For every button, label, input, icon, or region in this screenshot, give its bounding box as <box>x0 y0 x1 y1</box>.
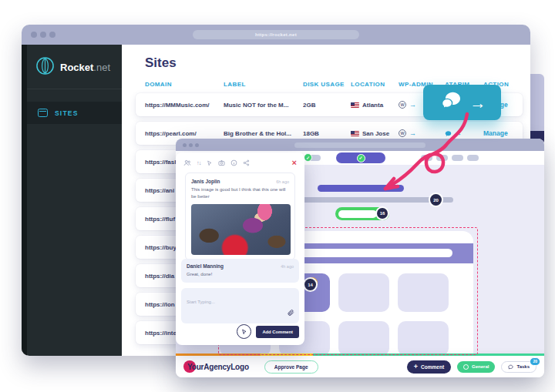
page-progress-bar <box>176 353 544 356</box>
window-control-dot[interactable] <box>40 32 46 38</box>
window-control-dot[interactable] <box>195 143 199 147</box>
task-pin-badge[interactable]: 20 <box>430 194 442 206</box>
popup-toolbar: ↑↓ × <box>176 152 304 167</box>
progress-segment-green <box>313 353 544 356</box>
rocket-brand: Rocket.net <box>22 45 122 89</box>
grid-item-placeholder <box>338 321 389 356</box>
browser-chrome <box>176 139 544 151</box>
browser-chrome: https://rocket.net <box>22 25 530 45</box>
resolved-check-badge[interactable]: ✓ <box>357 154 365 162</box>
address-bar[interactable] <box>294 142 426 148</box>
grid-item-placeholder <box>338 273 389 312</box>
tasks-count-badge: 20 <box>530 357 540 366</box>
nav-link-placeholder <box>467 155 479 161</box>
plus-icon: + <box>414 364 418 370</box>
comment-text: This image is good but I think that this… <box>191 186 289 200</box>
attachment-paperclip-icon[interactable] <box>287 306 294 320</box>
wp-admin-link[interactable]: W→ <box>399 129 445 137</box>
comment-author: Janis Joplin <box>191 179 220 184</box>
col-domain: DOMAIN <box>145 81 224 88</box>
input-placeholder: Start Typing... <box>187 300 215 304</box>
nav-cta-button: ✓ <box>336 152 385 163</box>
rocket-sidebar: Rocket.net SITES <box>22 45 122 356</box>
share-icon[interactable] <box>243 159 250 166</box>
atarim-link[interactable]: → <box>445 129 483 137</box>
window-controls <box>31 32 56 38</box>
wordpress-icon: W <box>399 129 406 137</box>
us-flag-icon <box>351 102 359 108</box>
agency-logo-text: YourAgencyLogo <box>187 363 249 371</box>
chat-bubble-icon <box>508 364 513 370</box>
rocket-logo-icon <box>35 56 55 79</box>
comment-timestamp: 4h ago <box>281 264 294 269</box>
window-control-dot[interactable] <box>189 143 193 147</box>
arrow-right-icon: → <box>409 129 416 137</box>
task-pin-badge[interactable]: 16 <box>377 208 388 219</box>
arrow-right-icon: → <box>455 129 462 137</box>
comment-timestamp: 6h ago <box>276 179 289 184</box>
domain-cell: https://pearl.com/ <box>145 130 224 137</box>
progress-segment-orange <box>176 353 261 356</box>
sort-arrows-icon[interactable]: ↑↓ <box>197 159 201 166</box>
clock-icon <box>463 364 469 370</box>
general-button[interactable]: General <box>457 361 495 373</box>
grid-item-placeholder <box>398 273 449 312</box>
stage: https://rocket.net Rocket.net SI <box>0 0 555 392</box>
sidebar-item-sites[interactable]: SITES <box>22 102 122 124</box>
window-control-dot[interactable] <box>49 32 56 38</box>
add-comment-button[interactable]: Add Comment <box>256 326 299 338</box>
tasks-button[interactable]: Tasks 20 <box>501 361 536 373</box>
atarim-callout-button[interactable]: → <box>423 85 501 120</box>
nav-link-placeholder <box>421 155 432 161</box>
camera-icon[interactable] <box>218 159 225 166</box>
nav-link-placeholder <box>436 155 448 161</box>
disk-cell: 2GB <box>303 102 351 109</box>
window-controls <box>183 143 199 147</box>
approve-page-button[interactable]: Approve Page <box>264 360 318 374</box>
comment-text: Great, done! <box>187 271 294 278</box>
info-icon[interactable] <box>230 159 237 166</box>
progress-segment-yellow <box>261 353 313 356</box>
nav-links-right <box>421 155 479 161</box>
cursor-tool-icon[interactable] <box>207 160 213 166</box>
manage-link[interactable]: Manage <box>483 129 520 137</box>
nav-link-placeholder <box>452 155 463 161</box>
location-cell: San Jose <box>351 130 399 137</box>
location-cell: Atlanta <box>351 102 399 109</box>
arrow-right-icon: → <box>409 101 416 109</box>
atarim-cursor-button[interactable] <box>237 324 251 339</box>
wordpress-icon: W <box>399 101 406 109</box>
hero-cta-highlighted[interactable]: 16 <box>335 207 389 220</box>
us-flag-icon <box>351 131 359 136</box>
task-pin-badge: 14 <box>304 279 316 290</box>
col-label: LABEL <box>224 81 303 88</box>
comment-thread-item: Daniel Manning 4h ago Great, done! <box>181 259 299 283</box>
col-location: LOCATION <box>351 81 399 88</box>
resolved-check-badge[interactable]: ✓ <box>304 153 312 162</box>
comment-input[interactable]: Start Typing... <box>181 288 299 323</box>
comment-attachment-image[interactable] <box>191 204 291 255</box>
hero-heading-placeholder <box>318 185 404 192</box>
disk-cell: 18GB <box>303 130 351 137</box>
users-icon[interactable] <box>183 159 191 166</box>
chat-bubbles-icon <box>439 91 462 114</box>
col-disk: DISK USAGE <box>303 81 351 88</box>
window-control-dot[interactable] <box>31 32 37 38</box>
window-control-dot[interactable] <box>183 143 187 147</box>
brand-name: Rocket.net <box>60 62 110 73</box>
comment-popup: ↑↓ × Janis Joplin 6h ago This image is g… <box>176 152 304 345</box>
add-comment-toolbar-button[interactable]: + Comment <box>407 360 451 374</box>
grid-item-placeholder <box>398 321 449 356</box>
address-bar[interactable]: https://rocket.net <box>193 30 359 39</box>
arrow-right-icon: → <box>470 95 486 111</box>
agency-logo: YourAgencyLogo <box>183 360 249 373</box>
popup-footer: Add Comment <box>237 324 299 339</box>
chat-bubble-icon <box>445 130 452 137</box>
label-cell: Music NOT for the M... <box>224 102 303 109</box>
sidebar-item-label: SITES <box>55 109 79 117</box>
page-title: Sites <box>145 55 530 71</box>
atarim-toolbar: YourAgencyLogo Approve Page + Comment Ge… <box>176 356 544 377</box>
close-icon[interactable]: × <box>292 159 297 167</box>
task-pin-with-cursor[interactable]: 14 <box>304 279 317 291</box>
label-cell: Big Brother & the Hol... <box>224 130 303 137</box>
